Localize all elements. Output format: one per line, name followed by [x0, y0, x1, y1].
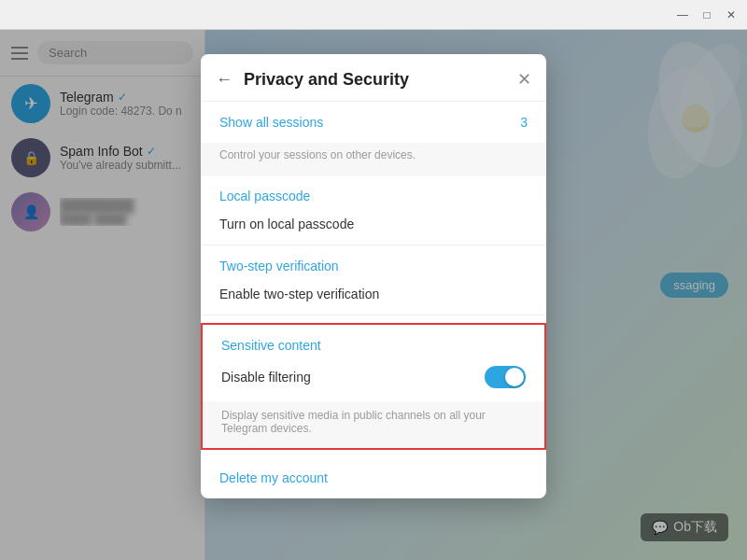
- sessions-section: Show all sessions 3 Control your session…: [201, 102, 546, 175]
- dialog-title: Privacy and Security: [244, 70, 506, 90]
- sensitive-desc: Display sensitive media in public channe…: [203, 401, 544, 448]
- sessions-item[interactable]: Show all sessions 3: [201, 102, 546, 143]
- sensitive-toggle-label: Disable filtering: [221, 370, 311, 385]
- twostep-action[interactable]: Enable two-step verification: [201, 277, 546, 315]
- close-button[interactable]: ✕: [719, 3, 743, 27]
- sessions-desc: Control your sessions on other devices.: [201, 143, 546, 175]
- delete-account-link[interactable]: Delete my account: [219, 470, 328, 485]
- sessions-label: Show all sessions: [219, 115, 323, 130]
- sensitive-toggle-row: Disable filtering: [203, 357, 544, 401]
- dialog-header: ← Privacy and Security ✕: [201, 54, 546, 102]
- delete-section: Delete my account: [201, 457, 546, 498]
- sensitive-header: Sensitive content: [203, 325, 544, 357]
- privacy-security-dialog: ← Privacy and Security ✕ Show all sessio…: [201, 54, 546, 498]
- sensitive-toggle[interactable]: [485, 366, 526, 388]
- dialog-body: Show all sessions 3 Control your session…: [201, 102, 546, 498]
- toggle-knob: [505, 368, 524, 386]
- passcode-action[interactable]: Turn on local passcode: [201, 207, 546, 245]
- sessions-count: 3: [520, 115, 528, 130]
- twostep-section: Two-step verification Enable two-step ve…: [201, 245, 546, 315]
- dialog-close-button[interactable]: ✕: [517, 69, 531, 90]
- sensitive-section: Sensitive content Disable filtering Disp…: [201, 323, 546, 450]
- passcode-header: Local passcode: [201, 175, 546, 207]
- minimize-button[interactable]: —: [670, 3, 695, 27]
- back-button[interactable]: ←: [216, 70, 233, 90]
- divider-3: [201, 315, 546, 315]
- twostep-header: Two-step verification: [201, 245, 546, 277]
- maximize-button[interactable]: □: [695, 3, 719, 27]
- title-bar: — □ ✕: [0, 0, 747, 30]
- modal-overlay: ← Privacy and Security ✕ Show all sessio…: [0, 30, 747, 560]
- passcode-section: Local passcode Turn on local passcode: [201, 175, 546, 245]
